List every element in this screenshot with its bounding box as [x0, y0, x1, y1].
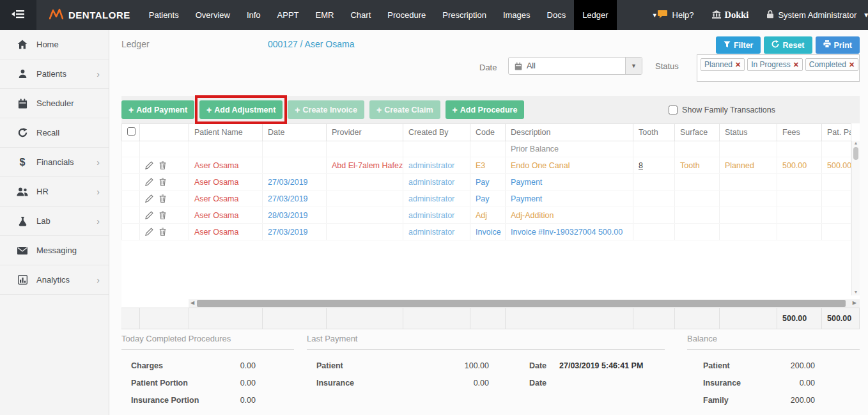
edit-icon[interactable]	[145, 228, 153, 236]
clinic-selector[interactable]: Dokki	[712, 10, 749, 20]
help-button[interactable]: Help?	[658, 10, 694, 20]
sidebar-toggle-button[interactable]	[0, 0, 36, 30]
sidebar-item-recall[interactable]: Recall	[0, 118, 109, 148]
edit-icon[interactable]	[145, 178, 153, 186]
content-header: Ledger 000127 / Aser Osama Filter Reset …	[121, 35, 860, 56]
table-row[interactable]: Aser Osama 28/03/2019 administrator Adj …	[122, 207, 851, 224]
scroll-right-arrow-icon[interactable]: ▶	[853, 300, 856, 306]
table-row[interactable]: Aser Osama 27/03/2019 administrator Pay …	[122, 191, 851, 207]
envelope-icon	[17, 247, 28, 254]
nav-procedure[interactable]: Procedure	[379, 0, 434, 30]
status-chip-completed: Completed ✕	[805, 58, 858, 71]
show-family-transactions-checkbox[interactable]	[669, 106, 678, 114]
surface-cell: Tooth	[675, 157, 720, 174]
add-procedure-button[interactable]: + Add Procedure	[446, 100, 525, 119]
column-tooth: Tooth	[633, 124, 675, 141]
edit-icon[interactable]	[145, 211, 153, 219]
delete-icon[interactable]	[159, 194, 166, 203]
add-payment-label: Add Payment	[136, 106, 187, 114]
sidebar-item-messaging[interactable]: Messaging	[0, 236, 109, 265]
show-family-transactions-toggle[interactable]: Show Family Transactions	[669, 106, 775, 114]
nav-patients[interactable]: Patients	[141, 0, 187, 30]
vertical-scroll-thumb[interactable]	[853, 147, 858, 160]
patient-name-cell[interactable]: Aser Osama	[189, 191, 263, 207]
filter-button[interactable]: Filter	[716, 36, 761, 54]
vertical-scrollbar[interactable]: ▲ ▼	[851, 141, 860, 295]
patient-name-cell[interactable]: Aser Osama	[189, 174, 263, 191]
horizontal-scroll-thumb[interactable]	[197, 300, 846, 307]
row-label: Insurance Portion	[131, 392, 240, 409]
date-filter-select[interactable]: All ▼	[508, 57, 642, 75]
sidebar-item-financials[interactable]: $ Financials ›	[0, 148, 109, 177]
nav-ledger[interactable]: Ledger	[574, 0, 616, 30]
table-row[interactable]: Aser Osama Abd El-7alem Hafez administra…	[122, 157, 851, 174]
scroll-left-arrow-icon[interactable]: ◀	[190, 300, 194, 306]
dollar-icon: $	[17, 157, 28, 168]
remove-tag-icon[interactable]: ✕	[735, 61, 741, 68]
summary-row: Patient 100.00 Date 27/03/2019 5:46:41 P…	[307, 357, 665, 375]
sidebar-item-analytics[interactable]: Analytics ›	[0, 265, 109, 295]
date-filter-label: Date	[479, 63, 497, 72]
horizontal-scrollbar[interactable]: ◀ ▶	[189, 299, 860, 308]
patient-name-cell[interactable]: Aser Osama	[189, 207, 263, 224]
sidebar-item-label: Scheduler	[36, 98, 74, 108]
patient-name-cell[interactable]: Aser Osama	[189, 157, 263, 174]
sidebar-item-lab[interactable]: Lab ›	[0, 207, 109, 236]
nav-info[interactable]: Info	[238, 0, 269, 30]
delete-icon[interactable]	[159, 228, 166, 236]
delete-icon[interactable]	[159, 211, 166, 219]
row-label: Insurance	[316, 375, 387, 392]
nav-chart[interactable]: Chart	[342, 0, 379, 30]
created-by-cell: administrator	[403, 224, 470, 240]
remove-tag-icon[interactable]: ✕	[849, 61, 855, 68]
scroll-up-arrow-icon[interactable]: ▲	[852, 141, 860, 145]
nav-emr[interactable]: EMR	[307, 0, 343, 30]
print-button[interactable]: Print	[816, 36, 860, 54]
calendar-icon	[509, 62, 527, 70]
reset-button[interactable]: Reset	[764, 36, 812, 54]
column-pat-paid: Pat. Pa	[822, 124, 851, 141]
add-payment-button[interactable]: + Add Payment	[121, 100, 194, 119]
select-all-checkbox[interactable]	[127, 127, 136, 136]
edit-icon[interactable]	[145, 161, 153, 169]
user-menu[interactable]: System Administrator ▼	[766, 10, 868, 20]
help-label: Help?	[672, 10, 694, 20]
description-cell: Prior Balance	[506, 141, 633, 157]
panel-title: Balance	[687, 334, 860, 350]
brand[interactable]: DENTALORE	[36, 0, 141, 30]
table-row[interactable]: Aser Osama 27/03/2019 administrator Pay …	[122, 174, 851, 191]
filter-row: Date All ▼ Status Planned ✕ In Progress …	[121, 54, 860, 84]
delete-icon[interactable]	[159, 161, 166, 169]
nav-overview[interactable]: Overview	[187, 0, 238, 30]
nav-prescription[interactable]: Prescription	[434, 0, 495, 30]
status-filter-label: Status	[655, 61, 679, 71]
nav-docs[interactable]: Docs	[539, 0, 575, 30]
patient-name-cell[interactable]: Aser Osama	[189, 224, 263, 240]
column-description: Description	[506, 124, 633, 141]
sidebar-item-hr[interactable]: HR ›	[0, 177, 109, 207]
date-dropdown-button[interactable]: ▼	[625, 58, 642, 74]
chevron-right-icon: ›	[97, 157, 100, 168]
tooth-cell[interactable]: 8	[633, 157, 675, 174]
add-adjustment-button[interactable]: + Add Adjustment	[199, 100, 283, 119]
sidebar-item-label: Lab	[36, 216, 50, 226]
remove-tag-icon[interactable]: ✕	[793, 61, 799, 68]
sidebar-item-patients[interactable]: Patients ›	[0, 59, 109, 89]
row-value: 0.00	[387, 375, 489, 392]
create-claim-button[interactable]: + Create Claim	[369, 100, 440, 119]
scroll-down-arrow-icon[interactable]: ▼	[852, 290, 860, 294]
delete-icon[interactable]	[159, 178, 166, 186]
create-invoice-button[interactable]: + Create Invoice	[288, 100, 364, 119]
sidebar-item-home[interactable]: Home	[0, 30, 109, 59]
edit-icon[interactable]	[145, 194, 153, 203]
sidebar-item-scheduler[interactable]: Scheduler	[0, 89, 109, 118]
nav-appt[interactable]: APPT	[269, 0, 307, 30]
building-icon	[712, 10, 721, 20]
status-filter-multiselect[interactable]: Planned ✕ In Progress ✕ Completed ✕	[697, 54, 860, 82]
table-empty-space	[121, 240, 860, 299]
summary-row: Patient Portion 0.00	[121, 375, 294, 392]
patient-reference-link[interactable]: 000127 / Aser Osama	[268, 39, 354, 49]
table-row[interactable]: Aser Osama 27/03/2019 administrator Invo…	[122, 224, 851, 240]
nav-images[interactable]: Images	[495, 0, 539, 30]
nav-more-chevron-icon[interactable]: ▼	[652, 12, 658, 19]
